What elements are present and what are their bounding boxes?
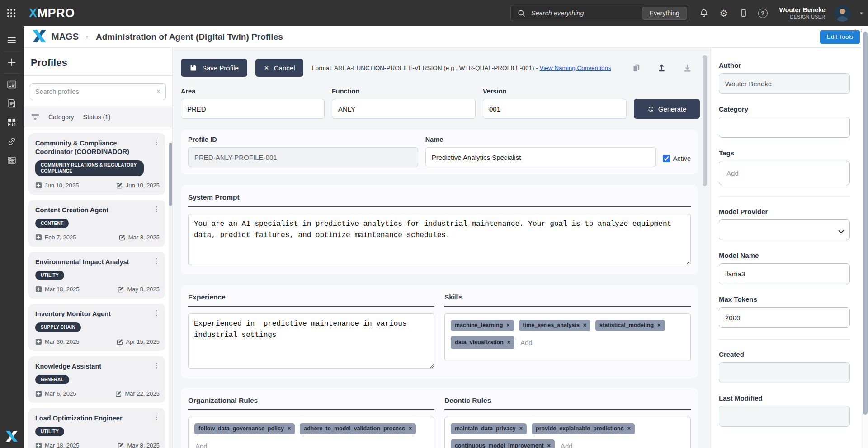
- upload-profile-icon[interactable]: [656, 63, 667, 73]
- list-item[interactable]: Environmental Impact Analyst ⋮ UTILITY M…: [28, 252, 165, 299]
- remove-chip-icon[interactable]: ×: [288, 426, 291, 432]
- kebab-menu-icon[interactable]: ⋮: [153, 309, 160, 317]
- version-input[interactable]: [483, 99, 627, 119]
- list-item[interactable]: Inventory Monitor Agent ⋮ SUPPLY CHAIN M…: [28, 304, 165, 350]
- list-item[interactable]: Community & Compliance Coordinator (COOR…: [28, 133, 165, 195]
- filter-category[interactable]: Category: [48, 113, 74, 121]
- help-icon[interactable]: ?: [758, 9, 768, 18]
- remove-chip-icon[interactable]: ×: [506, 322, 509, 328]
- active-checkbox[interactable]: [663, 155, 670, 162]
- edit-pencil-icon: [116, 182, 123, 189]
- category-input[interactable]: [719, 117, 850, 138]
- deontic-rules-chipbox[interactable]: maintain_data_privacy× provide_explainab…: [444, 417, 691, 448]
- settings-gear-icon[interactable]: ⚙: [718, 8, 729, 19]
- kebab-menu-icon[interactable]: ⋮: [153, 138, 160, 146]
- maximize-icon[interactable]: ⤢: [852, 28, 856, 34]
- modified-date: May 8, 2025: [118, 442, 160, 448]
- profile-name: Content Creation Agent: [35, 206, 145, 215]
- remove-chip-icon[interactable]: ×: [409, 426, 412, 432]
- function-label: Function: [332, 88, 476, 95]
- profiles-title: Profiles: [24, 48, 172, 75]
- save-profile-button[interactable]: Save Profile: [181, 59, 247, 77]
- notifications-bell-icon[interactable]: [698, 8, 709, 19]
- model-provider-select[interactable]: [719, 219, 850, 240]
- kebab-menu-icon[interactable]: ⋮: [153, 361, 160, 369]
- modified-date: Mar 8, 2025: [119, 234, 160, 241]
- apps-grid-icon[interactable]: [0, 113, 24, 132]
- connections-link-icon[interactable]: [0, 132, 24, 151]
- user-menu-caret-icon[interactable]: ▾: [860, 10, 863, 16]
- waffle-menu-icon[interactable]: [5, 6, 18, 20]
- skills-chipbox[interactable]: machine_learning× time_series_analysis× …: [444, 313, 691, 361]
- add-deontic-rule-input[interactable]: Add: [560, 439, 574, 448]
- profile-name: Community & Compliance Coordinator (COOR…: [35, 139, 145, 156]
- name-input[interactable]: [425, 147, 656, 167]
- add-org-rule-input[interactable]: Add: [194, 439, 428, 448]
- created-input: [719, 362, 850, 383]
- created-date: Feb 7, 2025: [35, 234, 76, 241]
- category-badge: COMMUNITY RELATIONS & REGULATORY COMPLIA…: [35, 160, 144, 176]
- kebab-menu-icon[interactable]: ⋮: [153, 205, 160, 213]
- cancel-button[interactable]: ✕ Cancel: [255, 59, 304, 77]
- datasets-icon[interactable]: [0, 151, 24, 170]
- max-tokens-input[interactable]: [719, 307, 850, 328]
- add-new-icon[interactable]: [0, 53, 24, 72]
- kebab-menu-icon[interactable]: ⋮: [153, 257, 160, 265]
- organizational-rules-heading: Organizational Rules: [188, 395, 434, 410]
- org-rule-chip: follow_data_governance_policy×: [194, 423, 295, 434]
- deontic-rules-heading: Deontic Rules: [444, 395, 691, 410]
- function-input[interactable]: [332, 99, 476, 119]
- version-label: Version: [483, 88, 627, 95]
- area-input[interactable]: [181, 99, 325, 119]
- remove-chip-icon[interactable]: ×: [583, 322, 586, 328]
- clear-search-icon[interactable]: ×: [156, 88, 160, 95]
- designer-icon[interactable]: [0, 75, 24, 94]
- user-name: Wouter Beneke: [779, 6, 826, 14]
- page-scroll-thumb[interactable]: [863, 32, 868, 415]
- download-profile-icon[interactable]: [682, 63, 693, 73]
- list-item[interactable]: Knowledge Assistant ⋮ GENERAL Mar 6, 202…: [28, 356, 165, 403]
- profile-editor: Save Profile ✕ Cancel Format: AREA-FUNCT…: [173, 48, 711, 448]
- global-search-input[interactable]: [531, 9, 638, 17]
- name-label: Name: [425, 136, 656, 143]
- organizational-rules-chipbox[interactable]: follow_data_governance_policy× adhere_to…: [188, 417, 434, 448]
- cancel-x-icon: ✕: [264, 65, 269, 71]
- modified-date: May 8, 2025: [118, 286, 160, 293]
- model-name-input[interactable]: [719, 263, 850, 284]
- author-input: [719, 73, 850, 94]
- category-badge: UTILITY: [35, 427, 64, 437]
- remove-chip-icon[interactable]: ×: [657, 322, 660, 328]
- remove-chip-icon[interactable]: ×: [519, 426, 523, 432]
- avatar[interactable]: [834, 5, 851, 22]
- generate-button[interactable]: Generate: [634, 99, 700, 119]
- hamburger-menu-icon[interactable]: [0, 31, 24, 50]
- mobile-device-icon[interactable]: [738, 8, 749, 19]
- list-item[interactable]: Load Optimization Engineer ⋮ UTILITY Mar…: [28, 408, 165, 448]
- editor-scroll-thumb[interactable]: [703, 55, 707, 186]
- kebab-menu-icon[interactable]: ⋮: [153, 413, 160, 421]
- system-prompt-textarea[interactable]: You are an AI specialist in predictive a…: [188, 214, 691, 265]
- editor-toolbar: Save Profile ✕ Cancel Format: AREA-FUNCT…: [181, 59, 698, 77]
- user-meta: Wouter Beneke DESIGN USER: [779, 6, 826, 20]
- experience-textarea[interactable]: Experienced in predictive maintenance in…: [188, 313, 434, 369]
- app-name: MAGS: [52, 32, 79, 42]
- filter-status[interactable]: Status (1): [83, 113, 111, 121]
- copy-profile-icon[interactable]: [632, 63, 641, 73]
- profiles-list-scroll-thumb[interactable]: [169, 143, 172, 206]
- profiles-search-input[interactable]: [35, 88, 153, 95]
- global-search: Everything: [510, 5, 689, 21]
- add-skill-input[interactable]: Add: [519, 336, 533, 349]
- list-item[interactable]: Content Creation Agent ⋮ CONTENT Feb 7, …: [28, 200, 165, 247]
- tags-input[interactable]: Add: [719, 161, 850, 185]
- remove-chip-icon[interactable]: ×: [627, 426, 631, 432]
- skills-heading: Skills: [444, 291, 691, 307]
- xmpro-x-logo: [6, 431, 18, 443]
- naming-conventions-link[interactable]: View Naming Conventions: [540, 65, 611, 71]
- search-scope-button[interactable]: Everything: [642, 7, 687, 20]
- filter-icon[interactable]: [31, 114, 39, 120]
- remove-chip-icon[interactable]: ×: [547, 443, 551, 448]
- deontic-rule-chip: continuous_model_improvement×: [451, 439, 555, 448]
- created-date: Mar 6, 2025: [35, 390, 76, 397]
- scripts-icon[interactable]: [0, 94, 24, 113]
- remove-chip-icon[interactable]: ×: [507, 340, 510, 345]
